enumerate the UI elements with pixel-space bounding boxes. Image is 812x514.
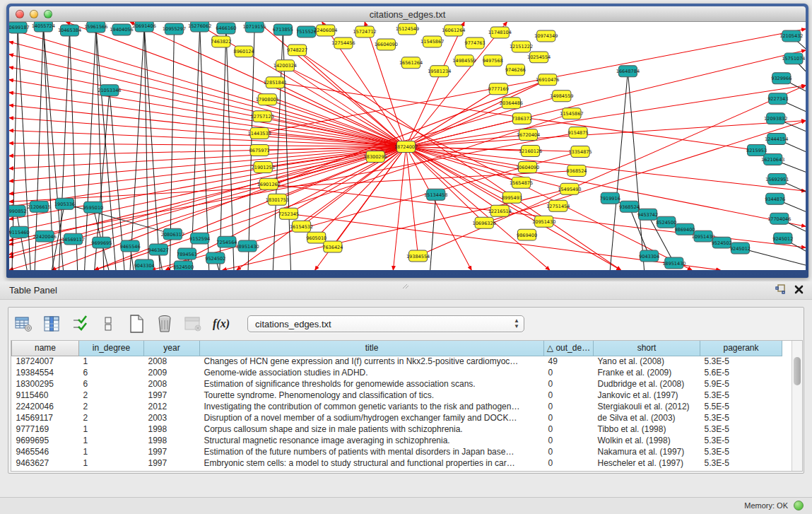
- table-cell[interactable]: 2008: [144, 378, 200, 390]
- table-cell[interactable]: 5.3E-5: [700, 412, 782, 424]
- table-cell[interactable]: 0: [544, 457, 594, 469]
- graph-node[interactable]: 18951430: [235, 240, 259, 252]
- table-cell[interactable]: 9115460: [12, 390, 79, 401]
- graph-node[interactable]: 15751074: [782, 53, 805, 64]
- graph-node[interactable]: 22420046: [33, 230, 57, 242]
- select-all-icon[interactable]: [71, 315, 89, 333]
- table-cell[interactable]: 2: [79, 412, 144, 424]
- graph-node[interactable]: 11443533: [248, 128, 271, 139]
- graph-node[interactable]: 18300295: [364, 151, 387, 162]
- table-cell[interactable]: Franke et al. (2009): [594, 367, 700, 378]
- column-header-out_de[interactable]: △ out_de…: [544, 341, 594, 356]
- graph-node[interactable]: 7252345: [278, 208, 299, 219]
- table-cell[interactable]: Estimation of the future numbers of pati…: [200, 446, 544, 457]
- table-cell[interactable]: 1997: [144, 457, 200, 469]
- table-row[interactable]: 1830029562008Estimation of significance …: [12, 378, 782, 390]
- graph-node[interactable]: 17704046: [767, 213, 791, 224]
- graph-node[interactable]: 10254554: [527, 52, 551, 63]
- graph-node[interactable]: 9453742: [637, 209, 658, 220]
- table-cell[interactable]: 5.5E-5: [700, 401, 782, 412]
- column-header-name[interactable]: name: [12, 341, 79, 356]
- graph-node[interactable]: 10465384: [58, 25, 81, 36]
- graph-node[interactable]: 12851841: [264, 77, 287, 88]
- graph-node[interactable]: 20691406: [133, 22, 156, 32]
- table-cell[interactable]: 1997: [144, 390, 200, 401]
- table-cell[interactable]: Stergiakouli et al. (2012): [594, 401, 700, 412]
- graph-node[interactable]: 16061264: [442, 25, 465, 36]
- table-row[interactable]: 1456911722003Disruption of a novel membe…: [12, 412, 782, 424]
- graph-node[interactable]: 9043304: [134, 259, 155, 270]
- vertical-scrollbar[interactable]: [792, 341, 802, 471]
- graph-node[interactable]: 16604090: [375, 39, 398, 50]
- graph-node[interactable]: 8675971: [249, 145, 270, 156]
- table-cell[interactable]: 18724007: [12, 356, 79, 367]
- graph-node[interactable]: 9777169: [488, 83, 509, 95]
- table-cell[interactable]: Yano et al. (2008): [594, 356, 700, 367]
- graph-node[interactable]: 9344876: [765, 193, 785, 204]
- table-cell[interactable]: 2008: [144, 356, 200, 367]
- table-cell[interactable]: Investigating the contribution of common…: [200, 401, 544, 412]
- graph-node[interactable]: 16901262: [257, 178, 281, 189]
- table-cell[interactable]: 0: [544, 390, 594, 401]
- graph-node[interactable]: 10699187: [9, 22, 30, 33]
- graph-node[interactable]: 15276062: [188, 22, 211, 32]
- graph-node[interactable]: 10604090: [516, 161, 539, 173]
- graph-node[interactable]: 9115460: [9, 226, 30, 238]
- graph-node[interactable]: 10719155: [243, 22, 266, 33]
- graph-node[interactable]: 11545867: [420, 36, 444, 47]
- graph-node[interactable]: 7254564: [216, 236, 237, 247]
- table-cell[interactable]: 5.3E-5: [700, 457, 782, 469]
- graph-node[interactable]: 9245012: [730, 243, 751, 254]
- graph-node[interactable]: 7386372: [512, 113, 532, 124]
- show-column-icon[interactable]: [42, 315, 61, 333]
- graph-node[interactable]: 21901253: [252, 161, 275, 173]
- graph-node[interactable]: 9524502: [712, 237, 732, 248]
- graph-node[interactable]: 9748227: [287, 45, 307, 56]
- table-cell[interactable]: Corpus callosum shape and size in male p…: [200, 424, 544, 435]
- graph-node[interactable]: 9595010: [83, 201, 103, 213]
- table-cell[interactable]: 9699695: [12, 435, 79, 446]
- graph-node[interactable]: 9245012: [772, 233, 793, 244]
- graph-node[interactable]: 16720404: [517, 129, 540, 141]
- graph-node[interactable]: 12757123: [251, 111, 274, 122]
- graph-node[interactable]: 14984559: [550, 90, 573, 102]
- graph-node[interactable]: 22406084: [314, 25, 337, 36]
- graph-node[interactable]: 9699695: [91, 237, 112, 248]
- graph-node[interactable]: 10974349: [534, 30, 558, 42]
- graph-node[interactable]: 15724712: [353, 26, 377, 37]
- table-cell[interactable]: 5.3E-5: [700, 390, 782, 401]
- table-cell[interactable]: 1: [79, 424, 144, 435]
- graph-node[interactable]: 15692951: [765, 173, 789, 185]
- network-window[interactable]: citations_edges.txt 10699187140557241046…: [6, 4, 808, 278]
- graph-node[interactable]: 9869400: [517, 229, 537, 240]
- graph-node[interactable]: 13354875: [568, 146, 592, 158]
- delete-icon[interactable]: [155, 315, 174, 333]
- graph-node[interactable]: 15495493: [558, 183, 581, 194]
- table-cell[interactable]: Dudbridge et al. (2008): [594, 378, 700, 390]
- graph-node[interactable]: 19404056: [110, 24, 133, 35]
- graph-node[interactable]: 16210643: [761, 153, 784, 165]
- graph-node[interactable]: 8995493: [502, 192, 522, 203]
- graph-node[interactable]: 12160126: [519, 146, 542, 157]
- table-row[interactable]: 977716911998Corpus callosum shape and si…: [12, 424, 782, 435]
- table-cell[interactable]: 0: [544, 378, 594, 390]
- graph-node[interactable]: 10951430: [532, 216, 555, 227]
- close-panel-icon[interactable]: [794, 285, 804, 294]
- window-titlebar[interactable]: citations_edges.txt: [9, 6, 806, 22]
- table-cell[interactable]: Hescheler et al. (1997): [594, 457, 700, 469]
- table-cell[interactable]: 5.3E-5: [700, 435, 782, 446]
- graph-node[interactable]: 12751454: [546, 200, 570, 211]
- graph-node[interactable]: 16561264: [399, 57, 423, 69]
- column-header-pagerank[interactable]: pagerank: [700, 341, 782, 356]
- table-cell[interactable]: 1: [79, 435, 144, 446]
- table-cell[interactable]: 19384554: [12, 367, 79, 378]
- table-cell[interactable]: 9777169: [12, 424, 79, 435]
- graph-node[interactable]: 11545867: [560, 108, 583, 119]
- table-cell[interactable]: 1997: [144, 446, 200, 457]
- table-cell[interactable]: 0: [544, 401, 594, 412]
- function-builder-icon[interactable]: f(x): [212, 315, 230, 333]
- table-cell[interactable]: Embryonic stem cells: a model to study s…: [200, 457, 544, 469]
- graph-node[interactable]: 9774763: [465, 37, 486, 49]
- table-cell[interactable]: Estimation of significance thresholds fo…: [200, 378, 544, 390]
- graph-node[interactable]: 7894561: [177, 248, 197, 259]
